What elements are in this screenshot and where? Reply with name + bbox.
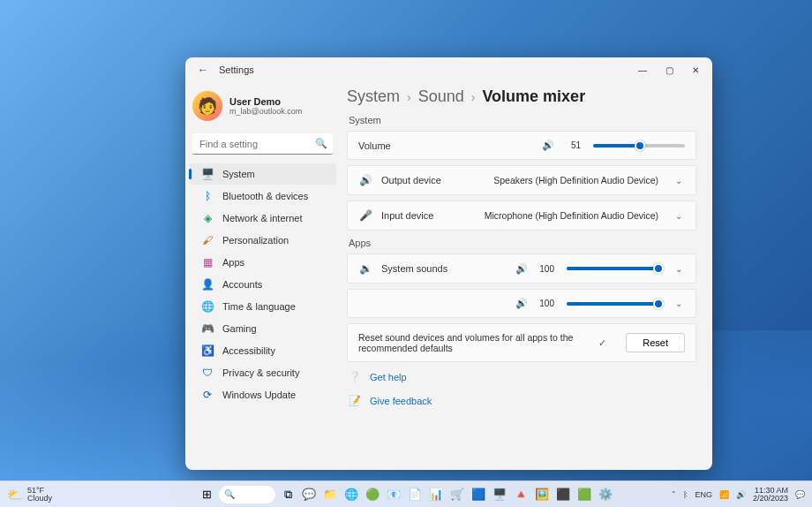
sidebar-item-system[interactable]: 🖥️System — [189, 163, 336, 185]
speaker-icon: 🔊 — [358, 174, 372, 186]
taskbar-app[interactable]: 📄 — [406, 486, 424, 503]
taskbar: ⛅ 51°F Cloudy ⊞ 🔍 ⧉ 💬 📁 🌐 🟢 📧 📄 📊 🛒 🟦 🖥️… — [0, 481, 812, 507]
get-help-link[interactable]: ❔ Get help — [347, 367, 696, 386]
wifi-icon[interactable]: 📶 — [719, 490, 729, 499]
input-device-value: Microphone (High Definition Audio Device… — [485, 210, 658, 221]
speaker-icon[interactable]: 🔊 — [542, 140, 554, 151]
nav-icon: 👤 — [201, 278, 214, 291]
sidebar-item-label: Network & internet — [222, 213, 302, 223]
reset-button[interactable]: Reset — [626, 333, 685, 352]
output-device-card[interactable]: 🔊 Output device Speakers (High Definitio… — [347, 165, 696, 195]
tray-chevron-icon[interactable]: ˄ — [672, 490, 676, 499]
taskbar-app[interactable]: ⚙️ — [597, 486, 614, 503]
nav-icon: 🖥️ — [201, 168, 214, 180]
chevron-down-icon[interactable]: ⌄ — [673, 299, 685, 308]
sidebar-item-windows-update[interactable]: ⟳Windows Update — [189, 384, 336, 405]
taskbar-app[interactable]: 🖥️ — [491, 486, 508, 503]
minimize-button[interactable]: — — [629, 59, 656, 80]
nav-icon: ᛒ — [201, 190, 214, 202]
nav-icon: ⟳ — [201, 389, 214, 401]
notifications-icon[interactable]: 💬 — [795, 490, 805, 499]
nav-icon: 🖌 — [201, 234, 214, 246]
sidebar-item-label: Personalization — [222, 235, 289, 246]
feedback-label: Give feedback — [370, 396, 432, 406]
close-button[interactable]: ✕ — [682, 59, 709, 80]
taskbar-app[interactable]: 📧 — [385, 486, 402, 503]
main-content: System › Sound › Volume mixer System Vol… — [340, 82, 712, 470]
volume-slider[interactable] — [593, 144, 685, 148]
taskbar-app[interactable]: 🟢 — [364, 486, 381, 503]
reset-text: Reset sound devices and volumes for all … — [358, 332, 581, 353]
avatar: 🧑 — [192, 91, 222, 121]
maximize-button[interactable]: ▢ — [656, 59, 682, 80]
sidebar-item-accounts[interactable]: 👤Accounts — [189, 274, 336, 295]
sidebar-item-apps[interactable]: ▦Apps — [189, 252, 336, 273]
back-button[interactable]: ← — [192, 59, 214, 80]
sidebar-item-personalization[interactable]: 🖌Personalization — [189, 230, 336, 251]
taskbar-app[interactable]: 🔺 — [512, 486, 530, 503]
user-name: User Demo — [229, 96, 302, 107]
task-view-button[interactable]: ⧉ — [279, 486, 297, 503]
sidebar-item-accessibility[interactable]: ♿Accessibility — [189, 340, 336, 361]
breadcrumb-system[interactable]: System — [347, 87, 400, 106]
chevron-down-icon[interactable]: ⌄ — [673, 176, 685, 185]
taskbar-app[interactable]: 🛒 — [448, 486, 466, 503]
app-volume-slider[interactable] — [567, 302, 658, 306]
nav-icon: 🌐 — [201, 300, 214, 313]
breadcrumb-sound[interactable]: Sound — [418, 87, 464, 106]
weather-icon: ⛅ — [7, 488, 22, 501]
input-device-card[interactable]: 🎤 Input device Microphone (High Definiti… — [347, 201, 696, 231]
weather-widget[interactable]: ⛅ 51°F Cloudy — [7, 487, 52, 503]
date: 2/20/2023 — [753, 495, 788, 503]
taskbar-center: ⊞ 🔍 ⧉ 💬 📁 🌐 🟢 📧 📄 📊 🛒 🟦 🖥️ 🔺 🖼️ ⬛ 🟩 ⚙️ — [198, 486, 614, 503]
bluetooth-icon[interactable]: ᛒ — [683, 490, 688, 499]
volume-tray-icon[interactable]: 🔊 — [736, 490, 746, 499]
reset-card: Reset sound devices and volumes for all … — [347, 323, 696, 362]
sidebar-item-label: Apps — [222, 257, 244, 268]
give-feedback-link[interactable]: 📝 Give feedback — [347, 391, 696, 410]
sidebar-item-label: Gaming — [222, 323, 257, 334]
sidebar-item-bluetooth-devices[interactable]: ᛒBluetooth & devices — [189, 185, 336, 207]
app-volume-card[interactable]: 🔉 System sounds 🔊 100 ⌄ — [347, 254, 696, 284]
taskbar-app[interactable]: 🟦 — [470, 486, 487, 503]
chevron-right-icon: › — [471, 90, 476, 104]
section-label-system: System — [349, 115, 696, 125]
sidebar-item-privacy-security[interactable]: 🛡Privacy & security — [189, 362, 336, 383]
taskbar-app[interactable]: 💬 — [300, 486, 318, 503]
start-button[interactable]: ⊞ — [198, 486, 215, 503]
sidebar-item-network-internet[interactable]: ◈Network & internet — [189, 208, 336, 229]
taskbar-app[interactable]: 🌐 — [342, 486, 360, 503]
speaker-icon[interactable]: 🔊 — [515, 298, 528, 309]
microphone-icon: 🎤 — [358, 209, 372, 222]
app-volume-value: 100 — [538, 264, 554, 274]
language-indicator[interactable]: ENG — [695, 490, 712, 499]
output-label: Output device — [381, 175, 441, 185]
app-icon: 🔉 — [358, 262, 372, 275]
nav-icon: ▦ — [201, 256, 214, 269]
taskbar-app[interactable]: 📁 — [321, 486, 339, 503]
speaker-icon[interactable]: 🔊 — [515, 263, 528, 275]
sidebar-item-time-language[interactable]: 🌐Time & language — [189, 296, 336, 317]
chevron-down-icon[interactable]: ⌄ — [673, 264, 685, 274]
sidebar-item-label: Privacy & security — [222, 367, 299, 378]
breadcrumb-current: Volume mixer — [482, 87, 585, 106]
sidebar-item-gaming[interactable]: 🎮Gaming — [189, 318, 336, 339]
user-block[interactable]: 🧑 User Demo m_lab@outlook.com — [185, 86, 340, 126]
taskbar-app[interactable]: 🖼️ — [533, 486, 551, 503]
volume-label: Volume — [358, 140, 391, 151]
user-email: m_lab@outlook.com — [229, 107, 302, 116]
taskbar-app[interactable]: 📊 — [427, 486, 445, 503]
taskbar-app[interactable]: ⬛ — [554, 486, 572, 503]
taskbar-app[interactable]: 🟩 — [575, 486, 593, 503]
chevron-down-icon[interactable]: ⌄ — [673, 211, 685, 221]
sidebar-item-label: System — [222, 169, 255, 179]
app-volume-slider[interactable] — [567, 267, 658, 270]
app-volume-card[interactable]: 🔊 100 ⌄ — [347, 289, 696, 318]
nav-icon: ♿ — [201, 344, 214, 357]
taskbar-search[interactable]: 🔍 — [219, 486, 275, 503]
search-input[interactable] — [192, 133, 333, 155]
volume-card[interactable]: Volume 🔊 51 — [347, 131, 696, 160]
clock[interactable]: 11:30 AM 2/20/2023 — [753, 487, 788, 503]
output-device-value: Speakers (High Definition Audio Device) — [493, 175, 658, 185]
sidebar-item-label: Accounts — [222, 279, 262, 290]
